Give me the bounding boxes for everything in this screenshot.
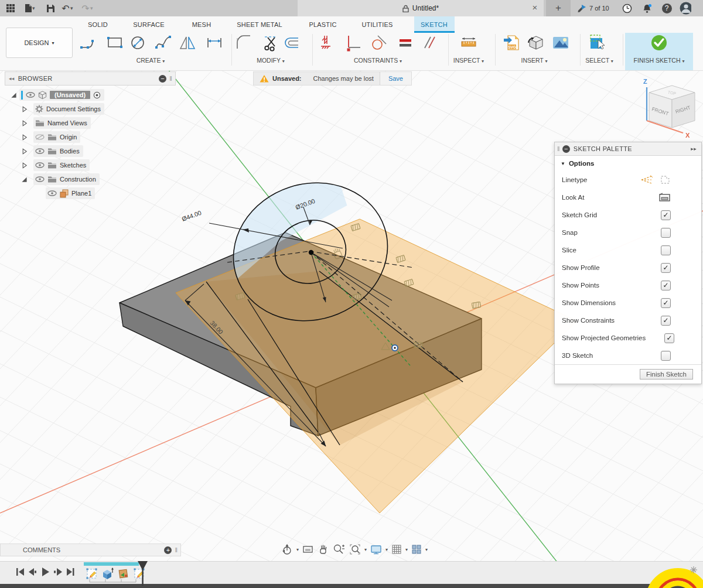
browser-item-plane1[interactable]: Plane1 bbox=[46, 187, 95, 199]
orbit-icon[interactable] bbox=[281, 543, 293, 555]
create-spline-icon[interactable] bbox=[154, 33, 173, 52]
group-create[interactable]: CREATE ▾ bbox=[136, 57, 165, 64]
skip-to-end-button[interactable] bbox=[67, 568, 74, 576]
panel-grip[interactable]: ‖ bbox=[557, 145, 560, 152]
add-comment-button[interactable]: + bbox=[164, 546, 172, 554]
look-at-icon[interactable] bbox=[659, 193, 671, 202]
visibility-eye-icon[interactable] bbox=[35, 162, 45, 168]
timeline-progress-bar[interactable] bbox=[84, 562, 139, 566]
redo-icon[interactable]: ↷ bbox=[80, 2, 91, 14]
constraint-equal-icon[interactable] bbox=[396, 33, 415, 52]
show-profile-checkbox[interactable]: ✓ bbox=[661, 263, 671, 273]
save-icon[interactable] bbox=[45, 2, 56, 14]
notification-bell-icon[interactable] bbox=[641, 2, 653, 14]
tab-utilities[interactable]: UTILITIES bbox=[361, 16, 393, 33]
comments-bar[interactable]: COMMENTS + ‖ bbox=[0, 543, 181, 556]
tab-sheet-metal[interactable]: SHEET METAL bbox=[237, 16, 282, 33]
browser-item-named-views[interactable]: Named Views bbox=[21, 117, 91, 129]
step-forward-button[interactable] bbox=[54, 568, 62, 576]
browser-item-root[interactable]: (Unsaved) bbox=[11, 89, 104, 101]
close-tab-button[interactable]: × bbox=[530, 2, 540, 12]
show-projected-geometries-checkbox[interactable]: ✓ bbox=[664, 333, 674, 343]
grid-display-icon[interactable] bbox=[391, 544, 402, 555]
tab-surface[interactable]: SURFACE bbox=[133, 16, 164, 33]
constraint-perpendicular-icon[interactable] bbox=[344, 33, 363, 52]
inspect-measure-icon[interactable] bbox=[459, 33, 478, 52]
sketch-center-point[interactable] bbox=[309, 250, 313, 255]
group-finish-sketch[interactable]: FINISH SKETCH ▾ bbox=[634, 57, 685, 64]
app-grid-icon[interactable] bbox=[5, 2, 16, 14]
zoom-icon[interactable] bbox=[333, 543, 346, 555]
caret-down-icon[interactable]: ▾ bbox=[90, 5, 93, 11]
constraint-fixed-icon[interactable] bbox=[317, 33, 336, 52]
constraint-parallel-icon[interactable] bbox=[420, 33, 439, 52]
visibility-eye-icon[interactable] bbox=[35, 148, 45, 154]
caret-down-icon[interactable]: ▾ bbox=[425, 547, 428, 552]
expand-panel-icon[interactable]: ▸▸ bbox=[691, 146, 697, 152]
caret-down-icon[interactable]: ▾ bbox=[364, 547, 367, 552]
visibility-eye-icon[interactable] bbox=[47, 190, 57, 196]
insert-mesh-icon[interactable] bbox=[527, 33, 545, 52]
sketch-grid-checkbox[interactable]: ✓ bbox=[661, 210, 671, 220]
minimize-panel-icon[interactable]: − bbox=[159, 75, 166, 83]
undo-icon[interactable]: ↶ bbox=[60, 2, 71, 14]
insert-svg-icon[interactable]: SVG bbox=[502, 33, 521, 52]
caret-down-icon[interactable]: ▾ bbox=[70, 5, 73, 11]
document-tab[interactable]: Untitled* × bbox=[298, 0, 544, 16]
options-section-header[interactable]: ▼ Options bbox=[555, 156, 701, 171]
minimize-panel-icon[interactable]: − bbox=[562, 145, 570, 153]
collapsed-arrow-icon[interactable] bbox=[21, 148, 28, 155]
design-workspace-button[interactable]: DESIGN ▾ bbox=[6, 28, 73, 58]
browser-header[interactable]: ◂◂ BROWSER − ‖ bbox=[5, 71, 176, 86]
show-constraints-checkbox[interactable]: ✓ bbox=[661, 316, 671, 326]
browser-item-bodies[interactable]: Bodies bbox=[21, 145, 83, 157]
browser-item-origin[interactable]: Origin bbox=[21, 131, 80, 143]
create-line-icon[interactable] bbox=[79, 33, 98, 52]
constraint-tangent-icon[interactable] bbox=[370, 33, 388, 52]
browser-item-sketches[interactable]: Sketches bbox=[21, 159, 90, 171]
new-tab-button[interactable]: + bbox=[546, 0, 571, 16]
create-mirror-icon[interactable] bbox=[179, 33, 197, 52]
clock-icon[interactable] bbox=[621, 2, 633, 14]
tab-mesh[interactable]: MESH bbox=[192, 16, 211, 33]
collapsed-arrow-icon[interactable] bbox=[21, 119, 28, 127]
insert-canvas-icon[interactable] bbox=[551, 33, 570, 52]
skip-to-start-button[interactable] bbox=[16, 568, 24, 576]
group-select[interactable]: SELECT ▾ bbox=[585, 57, 613, 64]
caret-down-icon[interactable]: ▾ bbox=[32, 5, 35, 11]
show-points-checkbox[interactable]: ✓ bbox=[661, 281, 671, 290]
viewports-icon[interactable] bbox=[411, 544, 422, 555]
panel-grip[interactable]: ‖ bbox=[169, 75, 172, 82]
tab-plastic[interactable]: PLASTIC bbox=[309, 16, 336, 33]
caret-down-icon[interactable]: ▾ bbox=[296, 547, 299, 552]
help-icon[interactable]: ? bbox=[661, 2, 673, 14]
viewcube[interactable]: TOP FRONT RIGHT Z X bbox=[643, 78, 695, 139]
group-modify[interactable]: MODIFY ▾ bbox=[257, 57, 285, 64]
look-at-icon[interactable] bbox=[302, 544, 314, 555]
fit-icon[interactable] bbox=[349, 543, 361, 555]
browser-item-document-settings[interactable]: Document Settings bbox=[21, 103, 104, 115]
document-root-label[interactable]: (Unsaved) bbox=[50, 91, 90, 99]
modify-fillet-icon[interactable] bbox=[235, 33, 254, 52]
modify-offset-icon[interactable] bbox=[282, 33, 301, 52]
construction-linetype-icon[interactable] bbox=[640, 175, 653, 184]
finish-sketch-icon[interactable] bbox=[650, 33, 668, 52]
projected-linetype-icon[interactable] bbox=[659, 175, 671, 184]
group-insert[interactable]: INSERT ▾ bbox=[521, 57, 547, 64]
step-back-button[interactable] bbox=[29, 568, 36, 576]
pan-icon[interactable] bbox=[318, 543, 329, 555]
visibility-eye-icon[interactable] bbox=[35, 176, 45, 182]
panel-grip[interactable]: ‖ bbox=[175, 546, 178, 553]
3d-sketch-checkbox[interactable] bbox=[661, 351, 671, 361]
snap-checkbox[interactable] bbox=[661, 228, 671, 238]
visibility-eye-icon[interactable] bbox=[26, 92, 35, 98]
expanded-arrow-icon[interactable] bbox=[21, 176, 28, 183]
collapsed-arrow-icon[interactable] bbox=[21, 134, 28, 141]
save-link[interactable]: Save bbox=[380, 72, 411, 85]
expanded-arrow-icon[interactable] bbox=[11, 92, 17, 98]
tab-solid[interactable]: SOLID bbox=[88, 16, 108, 33]
activate-radio-icon[interactable] bbox=[93, 91, 101, 99]
collapse-panel-icon[interactable]: ◂◂ bbox=[9, 76, 15, 81]
create-dimension-icon[interactable] bbox=[205, 33, 224, 52]
collapsed-arrow-icon[interactable] bbox=[21, 162, 28, 169]
